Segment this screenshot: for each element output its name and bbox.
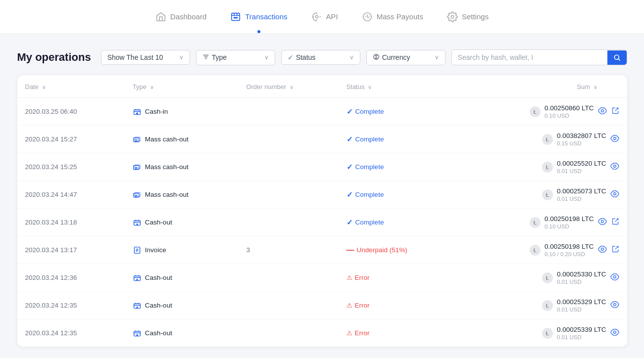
sum-usd: 0.01 USD	[557, 334, 606, 340]
search-icon	[613, 54, 621, 61]
type-chevron-icon: ∨	[264, 54, 269, 61]
status-filter-label: Status	[296, 53, 316, 61]
col-date[interactable]: Date ∨	[17, 75, 125, 98]
cell-sum: Ł 0.00025073 LTC 0.01 USD	[460, 181, 627, 209]
dashboard-icon	[155, 11, 166, 22]
type-dropdown[interactable]: Type ∨	[196, 50, 275, 65]
sum-amount: 0.00250198 LTC	[545, 215, 594, 223]
type-label: Mass cash-out	[145, 191, 189, 198]
view-icon[interactable]	[610, 163, 619, 172]
nav-label-mass-payouts: Mass Payouts	[377, 12, 423, 21]
nav-item-transactions[interactable]: Transactions	[230, 9, 287, 24]
nav-label-dashboard: Dashboard	[170, 12, 206, 21]
type-icon-cash-out	[133, 218, 142, 227]
type-label: Cash-out	[145, 274, 172, 281]
view-icon[interactable]	[610, 135, 619, 144]
table-row: 2020.03.24 12:36 Cash-out ⚠ Error Ł 0.00…	[17, 264, 627, 292]
sum-amount: 0.00025339 LTC	[557, 326, 606, 333]
external-link-icon[interactable]	[612, 218, 619, 227]
svg-point-32	[613, 303, 616, 306]
nav-bar: Dashboard Transactions API Mass Payouts	[0, 0, 644, 34]
sum-usd: 0.01 USD	[557, 307, 606, 313]
sum-usd: 0.10 USD	[545, 224, 594, 229]
table-row: 2020.03.24 13:18 Cash-out ✓ Complete Ł 0…	[17, 209, 627, 236]
cell-order: 3	[238, 236, 338, 264]
svg-point-24	[613, 192, 616, 195]
view-icon[interactable]	[598, 107, 607, 116]
status-dropdown[interactable]: ✓ Status ∨	[281, 50, 360, 65]
svg-point-3	[237, 17, 238, 18]
nav-label-settings: Settings	[462, 12, 489, 21]
table-body: 2020.03.25 06:40 Cash-in ✓ Complete Ł 0.…	[17, 98, 627, 347]
table-row: 2020.03.24 15:25 Mass cash-out ✓ Complet…	[17, 153, 627, 181]
cell-date: 2020.03.24 12:35	[17, 292, 125, 319]
cell-type: Mass cash-out	[125, 181, 239, 209]
view-icon[interactable]	[598, 246, 607, 255]
col-order[interactable]: Order number ∨	[238, 75, 338, 98]
type-icon-mass-cash-out	[133, 135, 142, 144]
nav-item-api[interactable]: API	[311, 9, 338, 24]
type-icon-cash-out	[133, 273, 142, 282]
view-icon[interactable]	[610, 329, 619, 338]
type-icon-cash-out	[133, 301, 142, 310]
svg-point-15	[601, 109, 603, 112]
table-row: 2020.03.24 13:17 Invoice 3 — Underpaid (…	[17, 236, 627, 264]
external-link-icon[interactable]	[612, 107, 619, 116]
action-icons	[598, 218, 619, 227]
cell-order	[238, 181, 338, 209]
cell-sum: Ł 0.00250198 LTC 0.10 USD	[460, 209, 627, 236]
cell-type: Cash-out	[125, 209, 239, 236]
view-icon[interactable]	[610, 190, 619, 199]
nav-item-dashboard[interactable]: Dashboard	[155, 9, 206, 24]
col-status[interactable]: Status ∨	[339, 75, 460, 98]
ltc-icon: Ł	[530, 217, 541, 228]
table-row: 2020.03.24 14:47 Mass cash-out ✓ Complet…	[17, 181, 627, 209]
chevron-down-icon: ∨	[179, 54, 184, 61]
svg-point-2	[235, 17, 236, 18]
ltc-icon: Ł	[530, 245, 541, 256]
action-icons	[610, 190, 619, 199]
sum-amount: 0.00025073 LTC	[557, 187, 606, 195]
sum-amount: 0.00025330 LTC	[557, 270, 606, 278]
sum-usd: 0.10 / 0.20 USD	[545, 251, 594, 257]
table-row: 2020.03.24 12:35 Cash-out ⚠ Error Ł 0.00…	[17, 292, 627, 319]
cell-status: ✓ Complete	[339, 98, 460, 126]
view-icon[interactable]	[610, 273, 619, 282]
type-icon-mass-cash-out	[133, 190, 142, 199]
type-icon-cash-in	[133, 107, 142, 116]
nav-item-mass-payouts[interactable]: Mass Payouts	[362, 9, 423, 24]
svg-point-21	[613, 165, 616, 167]
cell-type: Invoice	[125, 236, 239, 264]
type-filter-icon	[202, 53, 209, 62]
cell-order	[238, 292, 338, 319]
order-sort-icon: ∨	[290, 84, 294, 90]
search-input[interactable]	[452, 50, 607, 65]
cell-sum: Ł 0.00025520 LTC 0.01 USD	[460, 153, 627, 181]
show-last-dropdown[interactable]: Show The Last 10 ∨	[101, 50, 190, 65]
nav-item-settings[interactable]: Settings	[447, 9, 489, 24]
col-sum[interactable]: Sum ∨	[460, 75, 627, 98]
action-icons	[610, 329, 619, 338]
cell-status: ✓ Complete	[339, 126, 460, 153]
status-chevron-icon: ∨	[349, 54, 354, 61]
view-icon[interactable]	[610, 301, 619, 310]
external-link-icon[interactable]	[612, 245, 619, 255]
cell-status: ⚠ Error	[339, 319, 460, 347]
svg-point-11	[614, 55, 619, 59]
col-type[interactable]: Type ∨	[125, 75, 239, 98]
sum-amount: 0.00025520 LTC	[557, 160, 606, 167]
cell-status: ⚠ Error	[339, 292, 460, 319]
cell-status: ✓ Complete	[339, 181, 460, 209]
search-button[interactable]	[607, 50, 627, 65]
currency-dropdown[interactable]: Currency ∨	[366, 50, 446, 65]
sum-usd: 0.10 USD	[545, 113, 594, 119]
cell-sum: Ł 0.00025339 LTC 0.01 USD	[460, 319, 627, 347]
svg-line-12	[618, 59, 620, 60]
svg-rect-0	[232, 13, 240, 20]
search-box	[451, 49, 627, 65]
type-label: Invoice	[145, 246, 166, 254]
currency-filter-label: Currency	[382, 53, 410, 61]
main-content: My operations Show The Last 10 ∨ Type ∨ …	[5, 34, 639, 358]
sum-usd: 0.01 USD	[557, 168, 606, 174]
view-icon[interactable]	[598, 218, 607, 227]
